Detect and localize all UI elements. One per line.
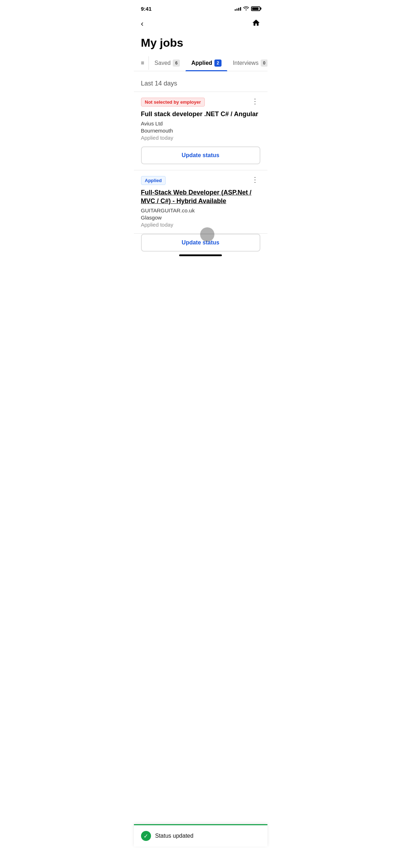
- signal-icon: [235, 6, 241, 11]
- job-card-2: Applied ⋮ Full-Stack Web Developer (ASP.…: [134, 170, 267, 234]
- card-header-2: Applied ⋮: [141, 176, 260, 185]
- wifi-icon: [243, 6, 249, 11]
- saved-badge: 6: [173, 60, 180, 67]
- status-time: 9:41: [141, 6, 152, 12]
- menu-icon[interactable]: ≡: [137, 56, 149, 70]
- job-applied-2: Applied today: [141, 222, 260, 228]
- update-status-button-2[interactable]: Update status: [141, 234, 260, 252]
- more-options-1[interactable]: ⋮: [250, 98, 260, 105]
- page-title: My jobs: [134, 33, 267, 55]
- status-badge-2: Applied: [141, 176, 166, 185]
- more-options-2[interactable]: ⋮: [250, 176, 260, 183]
- interviews-badge: 0: [261, 60, 267, 67]
- tabs-container: ≡ Saved 6 Applied 2 Interviews 0: [134, 55, 267, 71]
- job-card-1: Not selected by employer ⋮ Full stack de…: [134, 92, 267, 170]
- job-company-1: Avius Ltd: [141, 120, 260, 126]
- tab-interviews[interactable]: Interviews 0: [227, 55, 267, 71]
- card-header-1: Not selected by employer ⋮: [141, 98, 260, 107]
- job-applied-1: Applied today: [141, 135, 260, 141]
- section-header: Last 14 days: [134, 71, 267, 92]
- job-title-1: Full stack developer .NET C# / Angular: [141, 110, 260, 118]
- home-button[interactable]: [252, 19, 260, 29]
- tab-applied[interactable]: Applied 2: [186, 55, 227, 71]
- update-status-button-1[interactable]: Update status: [141, 146, 260, 164]
- job-location-1: Bournemouth: [141, 128, 260, 134]
- home-bar: [179, 254, 222, 256]
- job-company-2: GUITARGUITAR.co.uk: [141, 207, 260, 213]
- job-title-2[interactable]: Full-Stack Web Developer (ASP.Net / MVC …: [141, 188, 260, 205]
- status-bar: 9:41: [134, 0, 267, 16]
- home-indicator: [134, 252, 267, 258]
- job-location-2: Glasgow: [141, 215, 260, 221]
- battery-icon: [251, 6, 260, 11]
- tab-saved[interactable]: Saved 6: [149, 55, 186, 71]
- nav-bar: ‹: [134, 16, 267, 33]
- status-icons: [235, 6, 260, 11]
- status-badge-1: Not selected by employer: [141, 98, 205, 107]
- back-button[interactable]: ‹: [141, 19, 144, 29]
- applied-badge: 2: [214, 60, 222, 67]
